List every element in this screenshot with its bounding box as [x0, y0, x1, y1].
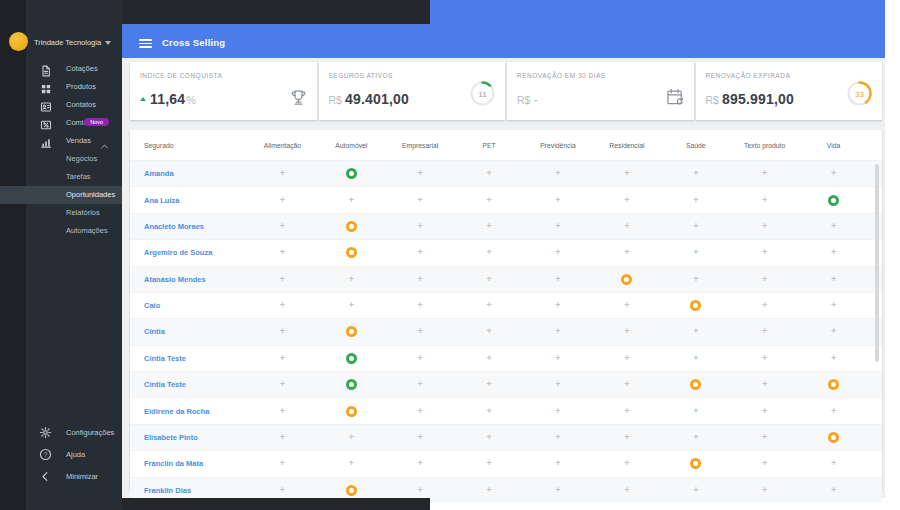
add-product-icon[interactable]: + [486, 354, 491, 363]
add-product-icon[interactable]: + [624, 380, 629, 389]
add-product-icon[interactable]: + [486, 222, 491, 231]
add-product-icon[interactable]: + [624, 433, 629, 442]
sidebar-item-configuracoes[interactable]: Configurações [0, 422, 122, 444]
add-product-icon[interactable]: + [486, 433, 491, 442]
add-product-icon[interactable]: + [280, 380, 285, 389]
add-product-icon[interactable]: + [831, 407, 836, 416]
add-product-icon[interactable]: + [555, 275, 560, 284]
add-product-icon[interactable]: + [693, 407, 698, 416]
add-product-icon[interactable]: + [693, 433, 698, 442]
add-product-icon[interactable]: + [486, 459, 491, 468]
insured-name-link[interactable]: Franclin da Mata [130, 459, 248, 468]
add-product-icon[interactable]: + [418, 222, 423, 231]
add-product-icon[interactable]: + [418, 380, 423, 389]
add-product-icon[interactable]: + [624, 196, 629, 205]
add-product-icon[interactable]: + [762, 301, 767, 310]
product-status-dot-orange[interactable] [346, 485, 357, 496]
add-product-icon[interactable]: + [624, 222, 629, 231]
add-product-icon[interactable]: + [418, 407, 423, 416]
add-product-icon[interactable]: + [349, 433, 354, 442]
add-product-icon[interactable]: + [831, 275, 836, 284]
add-product-icon[interactable]: + [280, 248, 285, 257]
add-product-icon[interactable]: + [418, 354, 423, 363]
add-product-icon[interactable]: + [486, 327, 491, 336]
insured-name-link[interactable]: Amanda [130, 169, 248, 178]
insured-name-link[interactable]: Anacleto Moraes [130, 222, 248, 231]
add-product-icon[interactable]: + [624, 248, 629, 257]
add-product-icon[interactable]: + [486, 196, 491, 205]
add-product-icon[interactable]: + [831, 327, 836, 336]
sidebar-item-ajuda[interactable]: ? Ajuda [0, 444, 122, 466]
add-product-icon[interactable]: + [693, 248, 698, 257]
add-product-icon[interactable]: + [486, 275, 491, 284]
add-product-icon[interactable]: + [762, 354, 767, 363]
insured-name-link[interactable]: Cíntia [130, 327, 248, 336]
product-status-dot-orange[interactable] [346, 406, 357, 417]
add-product-icon[interactable]: + [693, 196, 698, 205]
add-product-icon[interactable]: + [280, 301, 285, 310]
add-product-icon[interactable]: + [486, 301, 491, 310]
add-product-icon[interactable]: + [555, 433, 560, 442]
add-product-icon[interactable]: + [349, 301, 354, 310]
add-product-icon[interactable]: + [555, 380, 560, 389]
org-selector[interactable]: Trindade Tecnologia [0, 30, 122, 56]
add-product-icon[interactable]: + [486, 248, 491, 257]
add-product-icon[interactable]: + [762, 196, 767, 205]
add-product-icon[interactable]: + [555, 459, 560, 468]
product-status-dot-green[interactable] [828, 195, 839, 206]
add-product-icon[interactable]: + [555, 407, 560, 416]
add-product-icon[interactable]: + [624, 301, 629, 310]
add-product-icon[interactable]: + [418, 248, 423, 257]
add-product-icon[interactable]: + [555, 354, 560, 363]
add-product-icon[interactable]: + [762, 380, 767, 389]
product-status-dot-orange[interactable] [346, 247, 357, 258]
add-product-icon[interactable]: + [349, 196, 354, 205]
add-product-icon[interactable]: + [624, 459, 629, 468]
sidebar-subitem-oportunidades[interactable]: Oportunidades [0, 186, 122, 204]
add-product-icon[interactable]: + [831, 354, 836, 363]
add-product-icon[interactable]: + [418, 459, 423, 468]
add-product-icon[interactable]: + [349, 275, 354, 284]
insured-name-link[interactable]: Franklin Dias [130, 486, 248, 495]
add-product-icon[interactable]: + [831, 486, 836, 495]
add-product-icon[interactable]: + [693, 222, 698, 231]
insured-name-link[interactable]: Argemiro de Souza [130, 248, 248, 257]
product-status-dot-green[interactable] [346, 379, 357, 390]
product-status-dot-orange[interactable] [690, 379, 701, 390]
add-product-icon[interactable]: + [762, 327, 767, 336]
add-product-icon[interactable]: + [280, 486, 285, 495]
sidebar-subitem-negocios[interactable]: Negócios [0, 150, 122, 168]
add-product-icon[interactable]: + [693, 275, 698, 284]
add-product-icon[interactable]: + [555, 301, 560, 310]
add-product-icon[interactable]: + [555, 327, 560, 336]
add-product-icon[interactable]: + [624, 327, 629, 336]
insured-name-link[interactable]: Cíntia Teste [130, 354, 248, 363]
add-product-icon[interactable]: + [693, 354, 698, 363]
add-product-icon[interactable]: + [831, 301, 836, 310]
sidebar-item-produtos[interactable]: Produtos [0, 78, 122, 96]
sidebar-subitem-automacoes[interactable]: Automações [0, 222, 122, 240]
add-product-icon[interactable]: + [418, 433, 423, 442]
add-product-icon[interactable]: + [831, 248, 836, 257]
add-product-icon[interactable]: + [762, 486, 767, 495]
add-product-icon[interactable]: + [280, 275, 285, 284]
add-product-icon[interactable]: + [280, 327, 285, 336]
add-product-icon[interactable]: + [418, 275, 423, 284]
add-product-icon[interactable]: + [486, 380, 491, 389]
add-product-icon[interactable]: + [762, 407, 767, 416]
product-status-dot-orange[interactable] [621, 274, 632, 285]
product-status-dot-green[interactable] [346, 353, 357, 364]
sidebar-item-contatos[interactable]: Contatos [0, 96, 122, 114]
add-product-icon[interactable]: + [762, 459, 767, 468]
add-product-icon[interactable]: + [486, 169, 491, 178]
add-product-icon[interactable]: + [280, 222, 285, 231]
sidebar-item-minimizar[interactable]: Minimizar [0, 466, 122, 488]
insured-name-link[interactable]: Atanásio Mendes [130, 275, 248, 284]
add-product-icon[interactable]: + [831, 222, 836, 231]
add-product-icon[interactable]: + [555, 248, 560, 257]
add-product-icon[interactable]: + [555, 486, 560, 495]
menu-icon[interactable] [139, 39, 152, 48]
product-status-dot-orange[interactable] [690, 300, 701, 311]
add-product-icon[interactable]: + [624, 407, 629, 416]
add-product-icon[interactable]: + [418, 196, 423, 205]
